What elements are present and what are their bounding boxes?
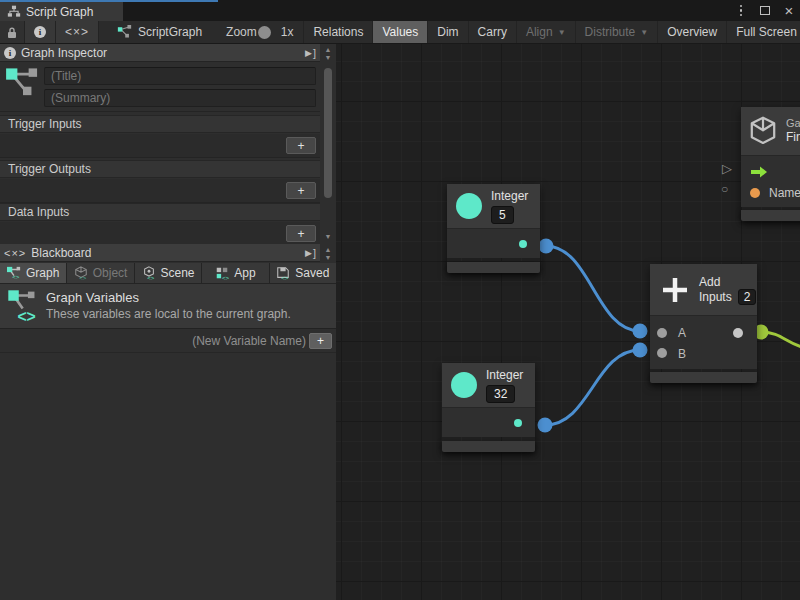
- integer-type-icon: [456, 193, 482, 219]
- node-footer: [741, 210, 800, 221]
- output-port[interactable]: [519, 240, 527, 248]
- toolbar-button-carry[interactable]: Carry: [469, 21, 517, 43]
- summary-field[interactable]: [44, 89, 316, 107]
- data-input-port-icon[interactable]: ○: [721, 182, 728, 196]
- wire-int32-to-add-b[interactable]: [545, 350, 640, 425]
- info-icon: i: [34, 26, 46, 38]
- graph-variables-description: These variables are local to the current…: [46, 307, 291, 321]
- app-grid-icon: <>: [215, 266, 229, 280]
- toolbar-button-dim[interactable]: Dim: [428, 21, 468, 43]
- new-variable-name-input[interactable]: [4, 332, 306, 350]
- graph-variables-title: Graph Variables: [46, 290, 139, 305]
- graph-variables-info: <> Graph Variables These variables are l…: [0, 284, 336, 329]
- scroll-down-icon[interactable]: ▼: [320, 54, 336, 62]
- variable-icon: <×>: [4, 247, 26, 259]
- window-tab-bar: Script Graph ×: [0, 0, 800, 21]
- wire-endpoint[interactable]: [633, 324, 648, 339]
- graph-breadcrumb[interactable]: ScriptGraph: [111, 21, 208, 43]
- integer-value-field[interactable]: 32: [486, 385, 515, 403]
- trigger-outputs-list: +: [0, 179, 320, 203]
- integer-node-top[interactable]: Integer 5: [447, 184, 540, 273]
- dock-icon[interactable]: ▶]: [305, 47, 316, 59]
- port-label-a: A: [678, 326, 686, 340]
- trigger-input-port-icon[interactable]: ▷: [722, 161, 732, 176]
- inputs-label: Inputs: [699, 290, 732, 304]
- input-port-b[interactable]: [657, 348, 667, 358]
- maximize-icon[interactable]: [758, 4, 772, 18]
- graph-name-label: ScriptGraph: [138, 25, 202, 39]
- scroll-up-icon[interactable]: ▲: [320, 46, 336, 54]
- wire-endpoint[interactable]: [539, 239, 554, 254]
- scroll-up-icon[interactable]: ▲: [320, 246, 336, 254]
- graph-icon: [117, 25, 132, 39]
- lock-button[interactable]: [0, 21, 25, 43]
- tab-object[interactable]: <> Object: [67, 263, 134, 283]
- graph-inspector-title: Graph Inspector: [21, 46, 107, 60]
- toolbar-button-fullscreen[interactable]: Full Screen: [727, 21, 800, 43]
- svg-text:<>: <>: [12, 273, 20, 280]
- svg-text:<>: <>: [17, 308, 35, 323]
- cube-icon: <>: [74, 266, 88, 280]
- port-label-b: B: [678, 347, 686, 361]
- integer-value-field[interactable]: 5: [491, 206, 514, 224]
- integer-type-icon: [451, 372, 477, 398]
- toolbar-button-values[interactable]: Values: [373, 21, 428, 43]
- find-node[interactable]: Game Object Find Name: [741, 107, 800, 221]
- add-data-input-button[interactable]: +: [286, 225, 316, 242]
- tab-graph[interactable]: <> Graph: [0, 263, 67, 283]
- side-panel: i Graph Inspector ▶] Trigger Inputs +: [0, 44, 336, 600]
- tab-app[interactable]: <> App: [202, 263, 269, 283]
- inspect-toggle-button[interactable]: i: [25, 21, 56, 43]
- close-icon[interactable]: ×: [782, 4, 796, 18]
- output-port[interactable]: [514, 419, 522, 427]
- zoom-value: 1x: [275, 21, 305, 43]
- window-menu-icon[interactable]: [734, 4, 748, 18]
- scroll-down-icon[interactable]: ▼: [320, 254, 336, 262]
- wire-endpoint[interactable]: [633, 343, 648, 358]
- add-variable-button[interactable]: +: [309, 333, 332, 349]
- add-trigger-input-button[interactable]: +: [286, 137, 316, 154]
- toolbar-button-relations[interactable]: Relations: [304, 21, 373, 43]
- scroll-down-icon[interactable]: ▼: [320, 233, 336, 240]
- toolbar-button-distribute[interactable]: Distribute▼: [576, 21, 659, 43]
- add-node[interactable]: Add Inputs 2 A B: [650, 264, 757, 383]
- name-input-port[interactable]: [750, 188, 760, 198]
- graph-canvas[interactable]: Integer 5 Integer 32: [336, 44, 800, 600]
- graph-inspector-header: i Graph Inspector ▶]: [0, 44, 320, 62]
- dock-icon[interactable]: ▶]: [305, 247, 316, 259]
- integer-node-bottom[interactable]: Integer 32: [442, 363, 535, 452]
- node-title: Integer: [491, 189, 528, 203]
- zoom-slider-handle[interactable]: [258, 26, 271, 39]
- wire-int5-to-add-a[interactable]: [546, 246, 640, 331]
- tab-saved[interactable]: <> Saved: [270, 263, 336, 283]
- trigger-arrow-icon[interactable]: [750, 166, 768, 178]
- scene-icon: <>: [142, 266, 156, 280]
- window-controls: ×: [734, 0, 796, 21]
- node-title: Add: [699, 275, 756, 289]
- output-port[interactable]: [733, 328, 743, 338]
- title-field[interactable]: [44, 67, 316, 85]
- tab-scene[interactable]: <> Scene: [135, 263, 202, 283]
- svg-text:<>: <>: [282, 274, 290, 280]
- graph-variables-icon: <>: [8, 289, 40, 323]
- node-subtitle: Game Object: [786, 117, 800, 131]
- scrollbar-thumb[interactable]: [324, 68, 332, 198]
- code-view-button[interactable]: <×>: [56, 21, 99, 43]
- toolbar-button-align[interactable]: Align▼: [517, 21, 576, 43]
- toolbar-button-overview[interactable]: Overview: [658, 21, 727, 43]
- graph-toolbar: i <×> ScriptGraph Zoom 1x Relations Valu…: [0, 21, 800, 44]
- node-title: Find: [786, 130, 800, 145]
- tab-script-graph[interactable]: Script Graph: [0, 2, 123, 21]
- add-trigger-output-button[interactable]: +: [286, 182, 316, 199]
- zoom-label: Zoom: [220, 21, 263, 43]
- blackboard-header: <×> Blackboard ▶]: [0, 244, 320, 262]
- wire-endpoint[interactable]: [538, 418, 553, 433]
- svg-text:<>: <>: [79, 274, 87, 280]
- input-port-a[interactable]: [657, 328, 667, 338]
- graph-icon: [6, 67, 40, 105]
- hierarchy-icon: [7, 5, 21, 18]
- data-inputs-list: +: [0, 222, 320, 246]
- section-trigger-outputs: Trigger Outputs: [0, 160, 320, 178]
- inputs-count-field[interactable]: 2: [738, 289, 757, 305]
- new-variable-row: +: [0, 330, 336, 353]
